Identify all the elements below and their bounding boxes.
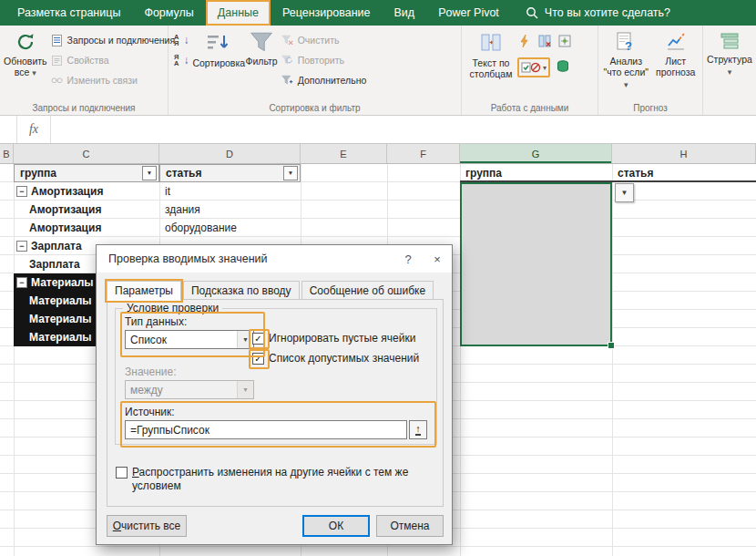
fill-handle[interactable] <box>608 342 615 349</box>
filter-dropdown-button[interactable]: ▼ <box>283 166 298 180</box>
column-header-f[interactable]: F <box>387 144 460 163</box>
cell-item[interactable]: it <box>159 182 301 201</box>
target-header-group[interactable]: группа <box>460 164 612 182</box>
outline-collapse-icon[interactable]: − <box>16 241 27 252</box>
selected-range[interactable] <box>460 182 612 346</box>
fx-icon[interactable]: fx <box>17 116 51 143</box>
advanced-filter-button[interactable]: Дополнительно <box>279 72 370 88</box>
dropdown-caret-icon: ▾ <box>728 67 732 77</box>
group-label: Запросы и подключения <box>0 103 168 113</box>
range-picker-button[interactable]: ↑ <box>409 420 427 439</box>
remove-duplicates-button[interactable] <box>537 34 552 51</box>
tab-formulas[interactable]: Формулы <box>132 0 205 26</box>
tab-input-message[interactable]: Подсказка по вводу <box>183 281 300 301</box>
cell-group[interactable]: Амортизация <box>14 219 159 237</box>
tab-view[interactable]: Вид <box>383 0 427 26</box>
ignore-blank-checkbox[interactable]: ✓ Игнорировать пустые ячейки <box>252 332 415 345</box>
cell-group[interactable]: −Амортизация <box>14 182 159 201</box>
data-type-combo[interactable]: Список ▼ <box>125 330 254 349</box>
source-input[interactable]: =ГруппыСписок <box>125 420 407 439</box>
queries-connections-button[interactable]: Запросы и подключения <box>48 32 179 48</box>
cell-item[interactable]: оборудование <box>159 219 301 237</box>
svg-text:?: ? <box>625 39 632 53</box>
column-header-b[interactable]: B <box>0 144 14 163</box>
group-label: Работа с данными <box>462 103 598 113</box>
data-validation-dialog: Проверка вводимых значений ? × Параметры… <box>96 244 453 545</box>
properties-button[interactable]: Свойства <box>48 52 179 68</box>
checkbox-checked[interactable]: ✓ <box>252 353 264 365</box>
what-if-analysis-button[interactable]: ? Анализ "что если" ▾ <box>601 28 651 92</box>
column-header-d[interactable]: D <box>159 144 301 163</box>
excel-window: Разметка страницы Формулы Данные Рецензи… <box>0 0 756 556</box>
group-queries-connections: Обновить все ▾ Запросы и подключения Сво… <box>0 26 169 115</box>
flash-fill-icon <box>517 34 532 48</box>
text-to-columns-button[interactable]: Текст по столбцам <box>465 28 517 83</box>
combo-caret-icon[interactable]: ▼ <box>237 331 253 348</box>
column-header-e[interactable]: E <box>301 144 387 163</box>
group-box-title: Условие проверки <box>123 302 222 314</box>
apply-to-all-checkbox[interactable]: Распространить изменения на другие ячейк… <box>116 466 422 493</box>
data-validation-icon <box>521 60 541 75</box>
outline-collapse-icon[interactable]: − <box>16 186 27 197</box>
help-button[interactable]: ? <box>393 245 423 273</box>
forecast-sheet-button[interactable]: Лист прогноза <box>651 28 701 81</box>
tab-power-pivot[interactable]: Power Pivot <box>426 0 511 26</box>
column-header-g[interactable]: G <box>460 144 612 163</box>
table-header-group[interactable]: группа ▼ <box>14 164 159 182</box>
outline-collapse-icon[interactable]: − <box>16 277 27 288</box>
dialog-tabs: Параметры Подсказка по вводу Сообщение о… <box>107 280 435 300</box>
clear-filter-icon <box>281 35 293 46</box>
filter-dropdown-button[interactable]: ▼ <box>142 166 157 180</box>
dialog-title-bar[interactable]: Проверка вводимых значений ? × <box>97 245 452 273</box>
tab-review[interactable]: Рецензирование <box>271 0 383 26</box>
sort-button[interactable]: Сортировка <box>191 28 244 71</box>
sort-descending-button[interactable]: ЯА ↓ <box>171 52 191 68</box>
cell-group[interactable]: Амортизация <box>14 201 159 219</box>
group-outline: Структура ▾ <box>703 26 756 115</box>
edit-links-button[interactable]: Изменить связи <box>48 72 179 88</box>
consolidate-button[interactable] <box>557 34 572 51</box>
clear-filter-button[interactable]: Очистить <box>279 32 370 48</box>
data-model-icon <box>556 59 570 74</box>
column-header-h[interactable]: H <box>612 144 756 163</box>
search-label: Что вы хотите сделать? <box>545 6 670 19</box>
cancel-button[interactable]: Отмена <box>376 515 444 537</box>
reapply-filter-button[interactable]: Повторить <box>279 52 370 68</box>
refresh-all-button[interactable]: Обновить все ▾ <box>3 28 48 81</box>
checkbox-unchecked[interactable] <box>116 467 128 479</box>
clear-all-button[interactable]: Очистить все <box>107 515 187 537</box>
close-icon[interactable]: × <box>423 245 452 273</box>
combo-caret-icon: ▼ <box>237 381 253 398</box>
checkbox-checked[interactable]: ✓ <box>252 333 264 345</box>
manage-data-model-button[interactable] <box>556 59 570 77</box>
table-header-item[interactable]: статья ▼ <box>159 164 301 182</box>
check-icon: ✓ <box>254 334 261 344</box>
sort-az-icon: АЯ <box>174 34 179 46</box>
column-header-c[interactable]: C <box>14 144 159 163</box>
target-header-item[interactable]: статья <box>612 164 756 182</box>
remove-duplicates-icon <box>537 34 552 48</box>
cell-dropdown-button[interactable]: ▼ <box>615 183 634 202</box>
query-sheet-icon <box>51 35 63 46</box>
tab-error-alert[interactable]: Сообщение об ошибке <box>301 281 434 301</box>
outline-button[interactable]: Структура ▾ <box>706 28 753 80</box>
group-data-tools: Текст по столбцам ▾ Работа с данными <box>462 26 598 115</box>
column-headers: B C D E F G H <box>0 144 756 164</box>
tab-settings[interactable]: Параметры <box>107 281 181 301</box>
ok-button[interactable]: ОК <box>302 515 370 537</box>
sort-ascending-button[interactable]: АЯ ↓ <box>171 32 191 48</box>
group-label: Прогноз <box>598 103 702 113</box>
cell-item[interactable]: здания <box>159 201 301 219</box>
caret-down-icon: ▼ <box>147 164 152 182</box>
data-validation-button[interactable]: ▾ <box>517 57 550 77</box>
tell-me-search[interactable]: Что вы хотите сделать? <box>526 0 670 26</box>
name-box[interactable] <box>0 116 17 143</box>
formula-input[interactable] <box>51 116 756 143</box>
flash-fill-button[interactable] <box>517 34 532 51</box>
dropdown-caret-icon: ▾ <box>543 64 547 72</box>
filter-button-large[interactable]: Фильтр <box>244 28 278 69</box>
ribbon-tab-bar: Разметка страницы Формулы Данные Рецензи… <box>0 0 756 26</box>
tab-data[interactable]: Данные <box>206 0 271 26</box>
tab-page-layout[interactable]: Разметка страницы <box>5 0 132 26</box>
in-cell-dropdown-checkbox[interactable]: ✓ Список допустимых значений <box>252 352 419 365</box>
